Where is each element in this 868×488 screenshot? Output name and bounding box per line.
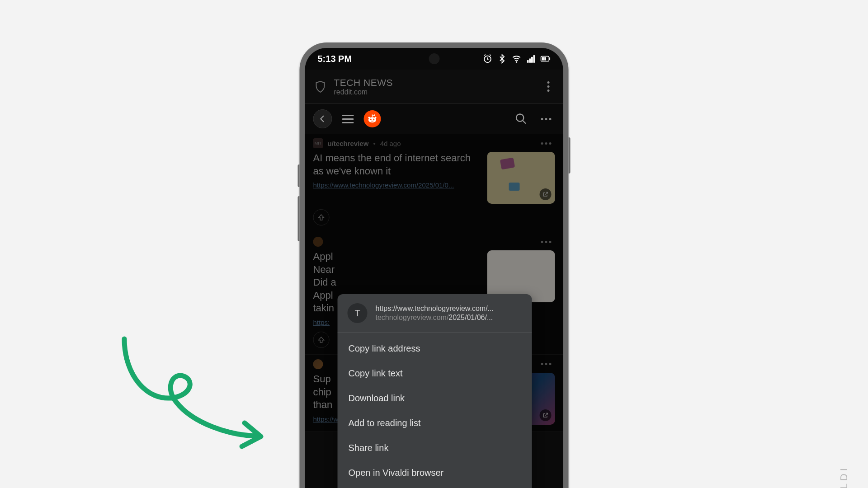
signal-icon — [526, 54, 536, 64]
svg-point-17 — [516, 114, 524, 122]
context-url-short: technologyreview.com/2025/01/06/... — [376, 314, 494, 322]
svg-rect-2 — [527, 61, 528, 63]
phone-frame: 5:13 PM TECH NEWS reddit.com — [300, 42, 569, 488]
search-icon[interactable] — [515, 113, 528, 125]
back-button[interactable] — [313, 109, 332, 128]
svg-rect-3 — [529, 59, 531, 62]
wifi-icon — [512, 54, 522, 64]
page-domain: reddit.com — [334, 88, 393, 96]
post-more-button[interactable] — [538, 139, 555, 148]
svg-rect-4 — [531, 57, 533, 62]
ctx-copy-link-address[interactable]: Copy link address — [338, 336, 532, 361]
favicon-placeholder: T — [348, 303, 368, 323]
post-title: AI means the end of internet search as w… — [313, 152, 481, 178]
ctx-open-in-vivaldi[interactable]: Open in Vivaldi browser — [338, 460, 532, 485]
ctx-share-link[interactable]: Share link — [338, 436, 532, 460]
hamburger-menu-icon[interactable] — [342, 115, 354, 123]
svg-point-13 — [373, 118, 374, 120]
svg-rect-10 — [545, 57, 546, 60]
vivaldi-watermark: VIVALDI — [838, 465, 850, 488]
external-link-icon — [540, 409, 552, 421]
alarm-icon — [483, 54, 493, 64]
user-avatar: MIT — [313, 138, 323, 148]
annotation-arrow-icon — [115, 334, 274, 452]
phone-screen: 5:13 PM TECH NEWS reddit.com — [305, 48, 563, 488]
post-link[interactable]: https://www.technologyreview.com/2025/01… — [313, 181, 481, 189]
reddit-more-button[interactable] — [538, 114, 555, 124]
upvote-button[interactable] — [313, 332, 330, 348]
reddit-logo-icon[interactable] — [364, 110, 381, 127]
page-title: TECH NEWS — [334, 77, 393, 88]
reddit-header — [305, 104, 563, 134]
ctx-copy-link-text[interactable]: Copy link text — [338, 361, 532, 386]
svg-rect-5 — [533, 56, 535, 63]
svg-point-1 — [516, 61, 517, 63]
ctx-add-reading-list[interactable]: Add to reading list — [338, 411, 532, 436]
post-user: u/techreview — [328, 140, 369, 147]
external-link-icon — [540, 188, 552, 200]
post-more-button[interactable] — [538, 237, 555, 247]
user-avatar — [313, 237, 323, 247]
user-avatar — [313, 359, 323, 369]
post-more-button[interactable] — [538, 359, 555, 369]
svg-rect-9 — [543, 57, 544, 60]
statusbar-time: 5:13 PM — [318, 54, 352, 64]
svg-rect-7 — [549, 58, 550, 60]
svg-point-12 — [370, 118, 372, 120]
post[interactable]: MIT u/techreview • 4d ago AI means the e… — [305, 134, 563, 232]
browser-menu-button[interactable] — [544, 78, 553, 95]
notch — [429, 53, 439, 64]
context-url-full: https://www.technologyreview.com/... — [376, 305, 494, 313]
svg-rect-8 — [542, 57, 543, 60]
upvote-button[interactable] — [313, 209, 330, 225]
shield-icon — [315, 80, 326, 93]
link-context-menu: T https://www.technologyreview.com/... t… — [338, 294, 532, 488]
ctx-download-link[interactable]: Download link — [338, 386, 532, 411]
svg-point-16 — [374, 114, 375, 116]
watermark-text: VIVALDI — [838, 465, 850, 488]
battery-icon — [541, 54, 551, 64]
svg-point-15 — [368, 117, 370, 118]
context-menu-header: T https://www.technologyreview.com/... t… — [338, 294, 532, 333]
bluetooth-icon — [497, 54, 507, 64]
post-age: 4d ago — [380, 140, 401, 147]
svg-point-14 — [375, 117, 377, 118]
browser-titlebar: TECH NEWS reddit.com — [305, 70, 563, 104]
post-thumbnail[interactable] — [487, 152, 555, 204]
feed: MIT u/techreview • 4d ago AI means the e… — [305, 134, 563, 432]
